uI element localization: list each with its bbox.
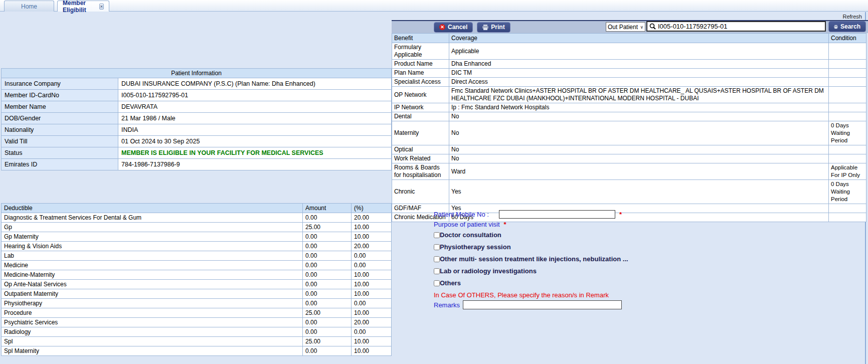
deductible-row: Diagnostic & Treatment Services For Dent…: [2, 213, 392, 223]
coverage-cell: Ward: [449, 163, 829, 180]
purpose-checkbox-row[interactable]: Others: [434, 279, 745, 287]
patient-info-label: Nationality: [2, 124, 118, 136]
condition-cell: [829, 60, 866, 69]
deductible-percent-cell: 0.00: [352, 261, 392, 270]
condition-cell: [829, 204, 866, 213]
patient-info-row: NationalityINDIA: [2, 124, 392, 136]
deductible-service-cell: Outpatient Maternity: [2, 289, 303, 299]
patient-info-value: DEVAVRATA: [118, 101, 392, 113]
patient-info-label: Insurance Company: [2, 78, 118, 90]
deductible-row: Medicine0.000.00: [2, 261, 392, 270]
coverage-cell: DIC TM: [449, 69, 829, 78]
benefit-cell: Plan Name: [392, 69, 449, 78]
member-search-input[interactable]: [658, 23, 823, 30]
condition-cell: 0 Days Waiting Period: [829, 180, 866, 204]
purpose-checkbox[interactable]: [434, 280, 440, 286]
purpose-checkbox-row[interactable]: Lab or radiology investigations: [434, 267, 745, 275]
purpose-checkbox-row[interactable]: Physiotherapy session: [434, 243, 745, 251]
cancel-button-label: Cancel: [448, 24, 467, 31]
benefit-row: Work RelatedNo: [392, 154, 866, 163]
deductible-service-cell: Medicine-Maternity: [2, 270, 303, 280]
deductible-row: Spl25.0010.00: [2, 337, 392, 346]
patient-type-select[interactable]: Out Patient ∨: [606, 22, 645, 32]
deductible-service-cell: Hearing & Vision Aids: [2, 242, 303, 251]
purpose-checkbox-row[interactable]: Other multi- session treatment like inje…: [434, 255, 745, 263]
search-icon: [649, 23, 656, 30]
patient-mobile-input[interactable]: [499, 210, 615, 219]
purpose-checkbox-list: Doctor consultationPhysiotherapy session…: [434, 231, 745, 287]
deductible-amount-cell: 0.00: [303, 242, 352, 251]
benefit-row: DentalNo: [392, 112, 866, 121]
deductible-row: Radiology0.000.00: [2, 327, 392, 337]
deductible-service-cell: Diagnostic & Treatment Services For Dent…: [2, 213, 303, 223]
patient-info-value: 21 Mar 1986 / Male: [118, 113, 392, 124]
percent-header: (%): [352, 204, 392, 213]
print-button[interactable]: Print: [477, 22, 510, 33]
deductible-percent-cell: 10.00: [352, 308, 392, 318]
deductible-service-cell: Gp Maternity: [2, 232, 303, 242]
benefit-cell: Formulary Applicable: [392, 43, 449, 60]
purpose-checkbox[interactable]: [434, 232, 440, 238]
condition-cell: [829, 145, 866, 154]
deductible-row: Op Ante-Natal Services0.0010.00: [2, 280, 392, 289]
patient-info-row: Member ID-CardNoI005-010-117592795-01: [2, 90, 392, 101]
deductible-percent-cell: 0.00: [352, 299, 392, 308]
condition-cell: [829, 154, 866, 163]
tab-close-icon[interactable]: ×: [99, 4, 104, 10]
condition-cell: 0 Days Waiting Period: [829, 121, 866, 145]
deductible-amount-cell: 0.00: [303, 346, 352, 356]
deductible-service-cell: Op Ante-Natal Services: [2, 280, 303, 289]
patient-type-value: Out Patient: [608, 24, 638, 31]
patient-info-value: I005-010-117592795-01: [118, 90, 392, 101]
deductible-amount-cell: 0.00: [303, 327, 352, 337]
benefit-row: Rooms & Boards for hospitalisationWardAp…: [392, 163, 866, 180]
deductible-amount-cell: 0.00: [303, 318, 352, 327]
purpose-checkbox[interactable]: [434, 268, 440, 274]
deductible-percent-cell: 0.00: [352, 251, 392, 261]
coverage-cell: Fmc Standard Network Clinics+ASTER HOSPI…: [449, 87, 829, 103]
benefit-cell: Rooms & Boards for hospitalisation: [392, 163, 449, 180]
patient-info-table: Patient Information Insurance CompanyDUB…: [1, 68, 391, 170]
deductible-percent-cell: 0.00: [352, 327, 392, 337]
patient-info-row: StatusMEMBER IS ELIGIBLE IN YOUR FACILIT…: [2, 147, 392, 159]
patient-info-body: Insurance CompanyDUBAI INSURANCE COMPANY…: [2, 78, 392, 170]
cancel-button[interactable]: ✕ Cancel: [434, 22, 473, 33]
deductible-percent-cell: 20.00: [352, 318, 392, 327]
tab-member-eligibility[interactable]: Member Eligibilit ×: [57, 1, 109, 12]
benefit-row: Formulary ApplicableApplicable: [392, 43, 866, 60]
deductible-amount-cell: 0.00: [303, 232, 352, 242]
member-eligibility-page: Home Member Eligibilit × Refresh ✕ Cance…: [0, 0, 868, 364]
deductible-percent-cell: 10.00: [352, 289, 392, 299]
tab-home[interactable]: Home: [4, 1, 54, 12]
purpose-checkbox-row[interactable]: Doctor consultation: [434, 231, 745, 239]
deductible-amount-cell: 25.00: [303, 223, 352, 232]
coverage-cell: No: [449, 121, 829, 145]
condition-cell: [829, 43, 866, 60]
deductible-amount-cell: 0.00: [303, 280, 352, 289]
deductible-service-cell: Physiotherapy: [2, 299, 303, 308]
patient-info-row: DOB/Gender21 Mar 1986 / Male: [2, 113, 392, 124]
deductible-amount-cell: 0.00: [303, 213, 352, 223]
benefit-table-body: Formulary ApplicableApplicableProduct Na…: [392, 43, 866, 222]
purpose-checkbox-label: Lab or radiology investigations: [440, 267, 537, 275]
remarks-input[interactable]: [463, 300, 622, 309]
patient-info-row: Insurance CompanyDUBAI INSURANCE COMPANY…: [2, 78, 392, 90]
benefit-row: IP NetworkIp : Fmc Standard Network Hosp…: [392, 103, 866, 112]
deductible-service-cell: Spl Maternity: [2, 346, 303, 356]
search-button[interactable]: Search: [828, 21, 866, 32]
deductible-percent-cell: 10.00: [352, 232, 392, 242]
purpose-checkbox[interactable]: [434, 244, 440, 250]
deductible-amount-cell: 0.00: [303, 270, 352, 280]
deductible-percent-cell: 10.00: [352, 270, 392, 280]
deductible-amount-cell: 0.00: [303, 289, 352, 299]
purpose-checkbox-label: Doctor consultation: [440, 231, 501, 239]
refresh-link[interactable]: Refresh: [842, 14, 862, 20]
purpose-checkbox[interactable]: [434, 256, 440, 262]
patient-info-value: MEMBER IS ELIGIBLE IN YOUR FACILITY FOR …: [118, 147, 392, 159]
deductible-header: Deductible: [2, 204, 303, 213]
deductible-percent-cell: 20.00: [352, 213, 392, 223]
search-button-label: Search: [840, 23, 860, 30]
benefit-row: OP NetworkFmc Standard Network Clinics+A…: [392, 87, 866, 103]
deductible-service-cell: Gp: [2, 223, 303, 232]
benefit-row: OpticalNo: [392, 145, 866, 154]
